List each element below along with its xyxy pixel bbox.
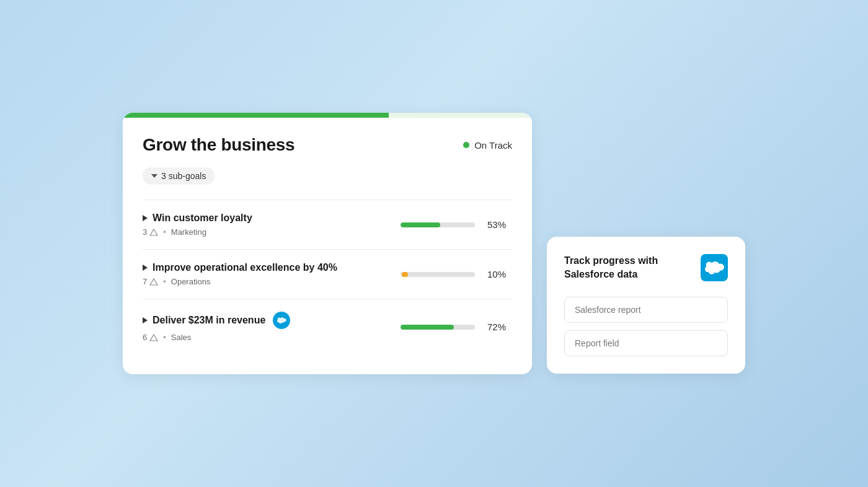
status-badge: On Track [463,140,512,151]
goal-right: 72% [401,322,512,332]
goal-right: 53% [401,219,512,230]
dot-separator: • [163,333,166,342]
alert-triangle-icon [149,278,158,286]
card-header: Grow the business On Track [143,135,512,155]
alert-triangle-icon [149,228,158,237]
salesforce-report-input[interactable] [564,297,728,323]
goal-row: Win customer loyalty 3 [143,200,512,250]
dot-separator: • [163,277,166,286]
goal-name: Improve operational excellence by 40% [153,262,337,273]
dot-separator: • [163,227,166,237]
progress-bar-track [401,222,475,227]
salesforce-icon [273,312,290,329]
expand-icon [143,265,148,271]
progress-bar-fill [401,222,440,227]
progress-pct: 72% [482,322,506,332]
goal-right: 10% [401,269,512,279]
progress-pct: 53% [482,219,506,230]
goals-list: Win customer loyalty 3 [143,200,512,354]
sf-panel-header: Track progress with Salesforce data [564,254,728,282]
status-label: On Track [474,140,512,151]
main-card: Grow the business On Track 3 sub-goals W… [123,113,532,374]
progress-bar-fill [401,325,454,330]
goal-dept: Sales [171,333,192,342]
progress-pct: 10% [482,269,506,279]
progress-bar-track [401,272,475,277]
goal-left: Improve operational excellence by 40% 7 [143,262,337,286]
page-container: Grow the business On Track 3 sub-goals W… [123,113,745,374]
card-top-progress-fill [123,113,389,118]
goal-count: 6 [143,333,158,342]
salesforce-panel: Track progress with Salesforce data [547,237,745,374]
sub-goals-label: 3 sub-goals [161,171,206,181]
goal-name-row: Improve operational excellence by 40% [143,262,337,273]
goal-meta: 6 • Sales [143,333,290,342]
card-top-progress-bar [123,113,532,118]
goal-count: 7 [143,277,158,286]
report-field-input[interactable] [564,330,728,356]
goal-left: Win customer loyalty 3 [143,213,252,237]
sf-panel-title: Track progress with Salesforce data [564,254,688,282]
goal-dept: Marketing [171,227,206,237]
progress-bar-track [401,325,475,330]
goal-left: Deliver $23M in revenue 6 [143,312,290,342]
card-title: Grow the business [143,135,294,155]
goal-name-row: Deliver $23M in revenue [143,312,290,329]
chevron-down-icon [151,174,157,178]
sub-goals-button[interactable]: 3 sub-goals [143,167,215,185]
goal-meta: 7 • Operations [143,277,337,286]
goal-count: 3 [143,227,158,237]
goal-name: Deliver $23M in revenue [153,315,265,326]
goal-row: Deliver $23M in revenue 6 [143,299,512,354]
goal-name: Win customer loyalty [153,213,252,224]
expand-icon [143,317,148,323]
alert-triangle-icon [149,333,158,342]
goal-meta: 3 • Marketing [143,227,252,237]
salesforce-logo [701,254,728,281]
goal-name-row: Win customer loyalty [143,213,252,224]
expand-icon [143,215,148,221]
goal-row: Improve operational excellence by 40% 7 [143,250,512,299]
goal-dept: Operations [171,277,211,286]
status-dot-green [463,142,469,148]
